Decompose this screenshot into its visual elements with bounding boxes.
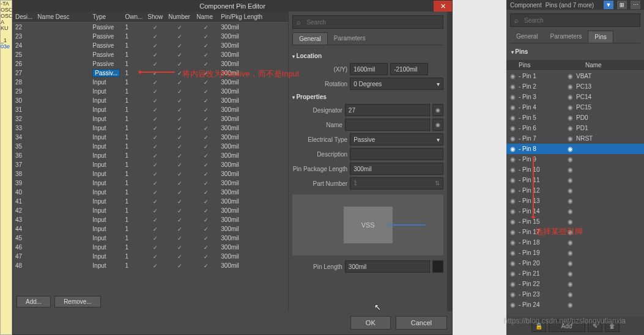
eye-icon[interactable]: ◉ [510,156,519,163]
col-own[interactable]: Own... [122,12,145,23]
tab-general[interactable]: General [292,32,328,45]
eye-icon[interactable]: ◉ [568,291,576,298]
view-icon[interactable]: ⊞ [617,1,627,9]
eye-icon[interactable]: ◉ [510,249,519,256]
more-icon[interactable]: ⋯ [631,1,640,9]
pins-list[interactable]: ◉- Pin 1◉VBAT◉- Pin 2◉PC13◉- Pin 3◉PC14◉… [506,71,644,317]
eye-icon[interactable]: ◉ [568,125,576,131]
table-row[interactable]: 31Input1✓✓✓300mil [13,105,288,114]
eye-icon[interactable]: ◉ [510,73,519,79]
table-row[interactable]: 45Input1✓✓✓300mil [13,234,288,243]
section-location[interactable]: Location [292,53,443,59]
list-item[interactable]: ◉- Pin 3◉PC14 [506,92,644,102]
search-input[interactable] [303,18,439,26]
eye-icon[interactable]: ◉ [510,229,519,235]
eye-icon[interactable]: ◉ [510,197,519,204]
eye-icon[interactable]: ◉ [568,218,576,225]
scrollbar[interactable] [447,12,452,311]
col-desi[interactable]: Desi... [13,12,35,23]
list-item[interactable]: ◉- Pin 20◉ [506,258,644,268]
table-row[interactable]: 41Input1✓✓✓300mil [13,197,288,206]
list-item[interactable]: ◉- Pin 18◉ [506,237,644,248]
table-row[interactable]: 35Input1✓✓✓300mil [13,142,288,151]
table-row[interactable]: 44Input1✓✓✓300mil [13,224,288,234]
list-item[interactable]: ◉- Pin 23◉ [506,289,644,300]
eye-icon[interactable]: ◉ [568,260,576,267]
dialog-titlebar[interactable]: Component Pin Editor ✕ [13,1,452,12]
eye-icon[interactable]: ◉ [568,145,576,152]
visibility-toggle-icon[interactable]: ◉ [432,119,443,131]
ok-button[interactable]: OK [350,316,391,329]
eye-icon[interactable]: ◉ [510,239,519,246]
eye-icon[interactable]: ◉ [510,218,519,225]
col-show[interactable]: Show [145,12,166,23]
eye-icon[interactable]: ◉ [568,104,576,111]
side-tab-pins[interactable]: Pins [588,31,613,43]
list-item[interactable]: ◉- Pin 5◉PD0 [506,112,644,123]
side-search-input[interactable] [521,16,636,24]
eye-icon[interactable]: ◉ [568,166,576,173]
eye-icon[interactable]: ◉ [510,166,519,173]
tab-parameters[interactable]: Parameters [328,32,372,45]
col-name-desc[interactable]: Name Desc [35,12,90,23]
list-item[interactable]: ◉- Pin 8◉ [506,144,644,154]
eye-icon[interactable]: ◉ [510,177,519,183]
x-input[interactable] [350,63,388,75]
table-row[interactable]: 34Input1✓✓✓300mil [13,133,288,142]
eye-icon[interactable]: ◉ [568,114,576,121]
eye-icon[interactable]: ◉ [568,94,576,100]
eye-icon[interactable]: ◉ [510,94,519,100]
eye-icon[interactable]: ◉ [510,208,519,215]
eye-icon[interactable]: ◉ [510,125,519,131]
list-item[interactable]: ◉- Pin 12◉ [506,185,644,196]
table-row[interactable]: 47Input1✓✓✓300mil [13,252,288,261]
eye-icon[interactable]: ◉ [568,301,576,308]
eye-icon[interactable]: ◉ [510,260,519,267]
list-item[interactable]: ◉- Pin 11◉ [506,175,644,185]
eye-icon[interactable]: ◉ [568,281,576,287]
pinlen-input[interactable] [345,260,430,273]
list-item[interactable]: ◉- Pin 4◉PC15 [506,102,644,112]
table-row[interactable]: 38Input1✓✓✓300mil [13,169,288,179]
list-item[interactable]: ◉- Pin 6◉PD1 [506,123,644,133]
eye-icon[interactable]: ◉ [510,281,519,287]
list-item[interactable]: ◉- Pin 15◉ [506,216,644,227]
section-properties[interactable]: Properties [292,94,443,100]
table-row[interactable]: 37Input1✓✓✓300mil [13,160,288,169]
list-item[interactable]: ◉- Pin 1◉VBAT [506,71,644,81]
side-section-pins[interactable]: Pins [506,47,644,56]
color-swatch[interactable] [432,260,443,273]
add-button[interactable]: Add... [17,296,51,307]
eye-icon[interactable]: ◉ [568,177,576,183]
col-number[interactable]: Number [166,12,194,23]
eye-icon[interactable]: ◉ [510,145,519,152]
remove-button[interactable]: Remove... [54,296,101,307]
table-row[interactable]: 29Input1✓✓✓300mil [13,87,288,96]
table-row[interactable]: 48Input1✓✓✓300mil [13,261,288,270]
table-row[interactable]: 26Passive1✓✓✓300mil [13,59,288,68]
eye-icon[interactable]: ◉ [510,187,519,194]
list-item[interactable]: ◉- Pin 9◉ [506,154,644,164]
col-name[interactable]: Name [194,12,218,23]
list-item[interactable]: ◉- Pin 21◉ [506,268,644,279]
eye-icon[interactable]: ◉ [568,187,576,194]
eye-icon[interactable]: ◉ [510,135,519,142]
table-row[interactable]: 24Passive1✓✓✓300mil [13,41,288,50]
eye-icon[interactable]: ◉ [568,135,576,142]
eye-icon[interactable]: ◉ [568,270,576,277]
list-item[interactable]: ◉- Pin 24◉ [506,300,644,310]
eye-icon[interactable]: ◉ [510,270,519,277]
table-row[interactable]: 23Passive1✓✓✓300mil [13,32,288,41]
pkg-input[interactable] [350,163,443,175]
eye-icon[interactable]: ◉ [568,249,576,256]
eye-icon[interactable]: ◉ [568,208,576,215]
table-row[interactable]: 36Input1✓✓✓300mil [13,151,288,160]
eye-icon[interactable]: ◉ [568,239,576,246]
search-box[interactable]: ⌕ [292,15,443,29]
table-row[interactable]: 40Input1✓✓✓300mil [13,188,288,197]
table-row[interactable]: 46Input1✓✓✓300mil [13,243,288,252]
visibility-toggle-icon[interactable]: ◉ [432,104,443,116]
col-pins[interactable]: Pins [519,62,577,68]
list-item[interactable]: ◉- Pin 19◉ [506,248,644,258]
cancel-button[interactable]: Cancel [396,316,447,329]
